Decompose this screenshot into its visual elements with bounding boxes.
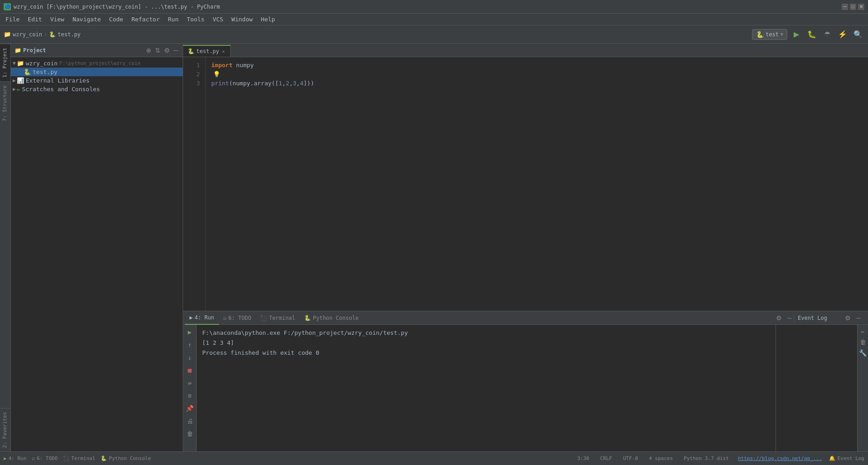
menu-view[interactable]: View bbox=[47, 15, 68, 24]
event-log-settings-button[interactable]: ⚙ bbox=[843, 313, 853, 323]
project-folder-icon: 📁 bbox=[4, 31, 11, 38]
run-button[interactable]: ▶ bbox=[790, 28, 803, 41]
project-panel-title: Project bbox=[23, 47, 143, 54]
ext-libs-expand-arrow[interactable]: ▶ bbox=[13, 78, 16, 83]
close-button[interactable]: ✕ bbox=[858, 4, 864, 10]
debug-button[interactable]: 🐛 bbox=[805, 28, 818, 41]
status-line-separator[interactable]: CRLF bbox=[598, 455, 614, 461]
delete-button[interactable]: 🗑 bbox=[858, 338, 868, 347]
menu-code[interactable]: Code bbox=[106, 15, 127, 24]
menu-tools[interactable]: Tools bbox=[183, 15, 208, 24]
run-output-line-4: Process finished with exit code 0 bbox=[202, 348, 770, 357]
run-wrap-button[interactable]: ⇌ bbox=[184, 377, 195, 388]
panel-add-button[interactable]: ⊕ bbox=[145, 46, 152, 55]
event-log-content bbox=[776, 325, 857, 451]
status-python[interactable]: Python 3.7 dist bbox=[682, 455, 731, 461]
run-minimize-button[interactable]: ─ bbox=[786, 313, 794, 323]
tree-item-scratches[interactable]: ▶ ✏ Scratches and Consoles bbox=[11, 85, 183, 93]
search-everywhere-button[interactable]: 🔍 bbox=[852, 28, 864, 41]
panel-collapse-button[interactable]: ⇅ bbox=[154, 46, 161, 55]
file-name[interactable]: test.py bbox=[58, 31, 81, 38]
run-config-dropdown-icon: ▼ bbox=[781, 32, 783, 37]
breadcrumb-sep: › bbox=[44, 31, 47, 38]
menu-refactor[interactable]: Refactor bbox=[128, 15, 164, 24]
scratches-label: Scratches and Consoles bbox=[22, 86, 100, 93]
editor-content: 1 2 3 import numpy 💡 print (numpy.array(… bbox=[183, 57, 868, 311]
status-event-log[interactable]: 🔔 Event Log bbox=[829, 455, 864, 461]
menu-run[interactable]: Run bbox=[165, 15, 182, 24]
status-link[interactable]: https://blog.csdn.net/qq_... bbox=[738, 455, 822, 461]
run-settings-button[interactable]: ⚙ bbox=[774, 313, 784, 323]
menu-vcs[interactable]: VCS bbox=[209, 15, 227, 24]
root-expand-arrow[interactable]: ▼ bbox=[13, 60, 16, 66]
tab-close-button[interactable]: ✕ bbox=[221, 48, 226, 55]
event-log-panel bbox=[776, 325, 857, 451]
run-stop-button[interactable]: ■ bbox=[184, 365, 195, 376]
window-title: wzry_coin [F:\python_project\wzry_coin] … bbox=[14, 4, 842, 10]
tab-favorites[interactable]: 2: Favorites bbox=[0, 408, 10, 451]
panel-settings-button[interactable]: ⚙ bbox=[163, 46, 171, 55]
minimize-button[interactable]: ─ bbox=[842, 4, 848, 10]
run-print-button[interactable]: 🖨 bbox=[184, 416, 195, 426]
statusbar-terminal-tab[interactable]: ⬛ Terminal bbox=[63, 455, 95, 461]
event-log-minimize-button[interactable]: ─ bbox=[854, 313, 863, 323]
event-log-label: Event Log bbox=[798, 315, 827, 321]
line-numbers: 1 2 3 bbox=[183, 57, 206, 311]
project-name[interactable]: wzry_coin bbox=[13, 31, 42, 38]
menu-edit[interactable]: Edit bbox=[24, 15, 45, 24]
status-position[interactable]: 3:30 bbox=[576, 455, 592, 461]
bottom-tab-todo[interactable]: ☑ 6: TODO bbox=[219, 311, 256, 325]
menu-navigate[interactable]: Navigate bbox=[69, 15, 105, 24]
editor-tab-test-py[interactable]: 🐍 test.py ✕ bbox=[183, 45, 231, 57]
num-4: 4 bbox=[300, 79, 304, 88]
bottom-tab-run[interactable]: ▶ 4: Run bbox=[185, 311, 219, 325]
status-encoding[interactable]: UTF-8 bbox=[621, 455, 640, 461]
run-scroll-down-button[interactable]: ↓ bbox=[184, 352, 195, 363]
tab-file-name: test.py bbox=[196, 48, 219, 54]
file-icon: 🐍 bbox=[49, 31, 56, 38]
project-folder-small-icon: 📁 bbox=[15, 47, 21, 54]
run-delete-button[interactable]: 🗑 bbox=[184, 428, 195, 439]
tree-item-ext-libs[interactable]: ▶ 📊 External Libraries bbox=[11, 76, 183, 85]
maximize-button[interactable]: □ bbox=[850, 4, 856, 10]
run-output: F:\anaconda\python.exe F:/python_project… bbox=[197, 325, 776, 451]
status-bar: ▶ 4: Run ☑ 6: TODO ⬛ Terminal 🐍 Python C… bbox=[0, 451, 868, 465]
tab-structure[interactable]: 7: Structure bbox=[0, 81, 10, 125]
line-num-3: 3 bbox=[183, 79, 200, 88]
statusbar-python-console-tab[interactable]: 🐍 Python Console bbox=[101, 455, 151, 461]
menu-help[interactable]: Help bbox=[257, 15, 279, 24]
tab-project[interactable]: 1: Project bbox=[0, 44, 10, 81]
num-2: 2 bbox=[286, 79, 289, 88]
wrench-button[interactable]: 🔧 bbox=[858, 348, 868, 357]
status-indent[interactable]: 4 spaces bbox=[647, 455, 675, 461]
run-format-button[interactable]: ≡ bbox=[184, 390, 195, 401]
bottom-tab-python-console[interactable]: 🐍 Python Console bbox=[300, 311, 363, 325]
event-log-tab-header: Event Log ⚙ ─ bbox=[794, 313, 866, 323]
code-editor[interactable]: import numpy 💡 print (numpy.array([ 1 , … bbox=[206, 57, 868, 311]
profile-button[interactable]: ⚡ bbox=[836, 28, 849, 41]
coverage-button[interactable]: ☂ bbox=[821, 28, 834, 41]
tree-item-root[interactable]: ▼ 📁 wzry_coin F:\python_project\wzry_coi… bbox=[11, 59, 183, 68]
edit-button[interactable]: ✏ bbox=[858, 327, 868, 336]
run-scroll-up-button[interactable]: ↑ bbox=[184, 339, 195, 350]
tree-item-test-py[interactable]: 🐍 test.py bbox=[11, 68, 183, 76]
statusbar-todo-tab[interactable]: ☑ 6: TODO bbox=[32, 455, 58, 461]
app-icon: 🔵 bbox=[4, 3, 11, 10]
statusbar-run-tab[interactable]: ▶ 4: Run bbox=[4, 455, 26, 461]
bottom-tab-terminal[interactable]: ⬛ Terminal bbox=[256, 311, 300, 325]
terminal-tab-label: Terminal bbox=[269, 315, 295, 321]
event-log-right-strip: ✏ 🗑 🔧 bbox=[857, 325, 868, 451]
scratches-expand-arrow[interactable]: ▶ bbox=[13, 86, 16, 92]
run-play-button[interactable]: ▶ bbox=[184, 327, 195, 338]
todo-tab-label: 6: TODO bbox=[228, 315, 252, 321]
menu-window[interactable]: Window bbox=[228, 15, 257, 24]
code-line-2: 💡 bbox=[211, 70, 863, 79]
code-line-1: import numpy bbox=[211, 61, 863, 70]
run-pin-button[interactable]: 📌 bbox=[184, 403, 195, 414]
run-config-selector[interactable]: 🐍 test ▼ bbox=[752, 29, 787, 40]
editor-tabs: 🐍 test.py ✕ bbox=[183, 44, 868, 57]
menu-file[interactable]: File bbox=[2, 15, 23, 24]
root-folder-label: wzry_coin bbox=[26, 60, 58, 67]
bottom-panel-tabs: ▶ 4: Run ☑ 6: TODO ⬛ Terminal 🐍 Python C… bbox=[183, 311, 868, 325]
panel-hide-button[interactable]: ─ bbox=[173, 46, 179, 55]
